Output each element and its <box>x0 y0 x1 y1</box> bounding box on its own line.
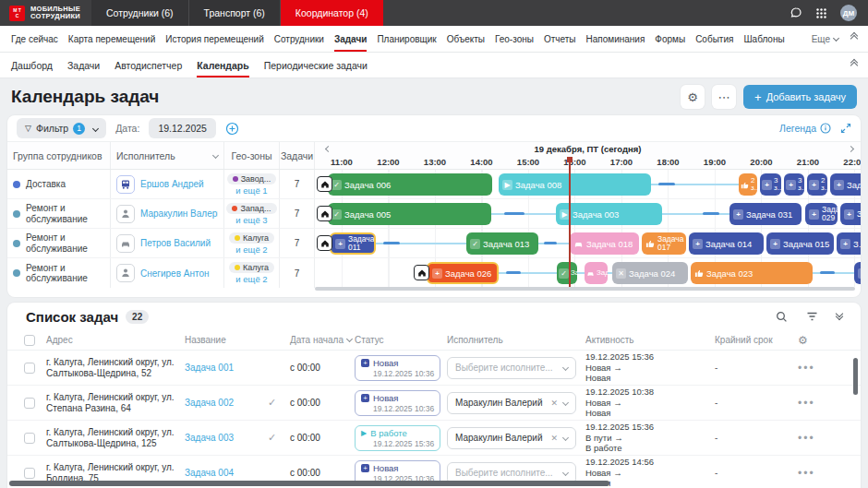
geozone-more-link[interactable]: и ещё 2 <box>235 244 267 255</box>
subnav-autodispatcher[interactable]: Автодиспетчер <box>115 53 182 77</box>
task-bar[interactable]: Зад.. <box>585 262 608 284</box>
task-bar[interactable]: +Задача 031 <box>729 203 802 225</box>
status-badge[interactable]: ▶В работе19.12.2025 15:36 <box>355 425 440 451</box>
col-header-tasks[interactable]: Задачи <box>280 142 315 169</box>
row-checkbox[interactable] <box>24 468 35 479</box>
row-menu-button[interactable]: ••• <box>798 467 831 480</box>
task-bar[interactable]: +Задача 014 <box>689 232 764 255</box>
row-checkbox[interactable] <box>24 433 35 444</box>
status-badge[interactable]: +Новая19.12.2025 10:36 <box>355 355 440 381</box>
nav-tasks[interactable]: Задачи <box>334 26 367 52</box>
status-badge[interactable]: +Новая19.12.2025 10:36 <box>355 390 440 416</box>
subnav-periodic-tasks[interactable]: Периодические задачи <box>264 53 368 77</box>
task-cluster-bar[interactable]: +3 з.. <box>760 173 781 196</box>
task-bar[interactable]: ▶Задача 008 <box>499 173 651 196</box>
add-task-button[interactable]: +Добавить задачу <box>743 85 857 109</box>
add-date-icon[interactable] <box>225 122 239 136</box>
header-start-date[interactable]: Дата начала <box>290 335 355 345</box>
task-bar[interactable]: +Задача 026 <box>427 262 499 284</box>
task-link[interactable]: Задача 001 <box>185 363 268 373</box>
expand-icon[interactable] <box>840 123 851 134</box>
apps-grid-icon[interactable] <box>815 7 827 19</box>
search-icon[interactable] <box>776 311 788 323</box>
geozone-more-link[interactable]: и ещё 3 <box>235 215 267 225</box>
avatar[interactable]: ДМ <box>840 5 857 21</box>
task-bar[interactable]: ✓Зад.. <box>557 262 577 284</box>
tab-coordinator[interactable]: Координатор (4) <box>281 0 383 26</box>
nav-reminders[interactable]: Напоминания <box>586 26 645 52</box>
filter-button[interactable]: ▽ Фильтр 1 <box>17 118 106 138</box>
executor-dropdown[interactable]: Маракулин Валерий✕ <box>447 427 576 449</box>
task-cluster-bar[interactable]: +2 з.. <box>807 173 827 196</box>
collapse-list-icon[interactable] <box>837 314 842 319</box>
table-vertical-scrollbar[interactable] <box>853 358 858 395</box>
task-bar[interactable]: +З.. <box>837 232 861 255</box>
more-actions-button[interactable]: ⋯ <box>712 85 736 109</box>
task-link[interactable]: Задача 004 <box>185 468 268 478</box>
clear-icon[interactable]: ✕ <box>550 399 558 408</box>
home-icon[interactable] <box>317 235 332 251</box>
task-link[interactable]: Задача 002 <box>185 398 268 408</box>
nav-events[interactable]: События <box>695 26 733 52</box>
collapse-subnav-icon[interactable] <box>851 63 857 68</box>
task-link[interactable]: Задача 003 <box>185 433 268 443</box>
task-cluster-bar[interactable]: 2 з.. <box>739 173 757 196</box>
row-menu-button[interactable]: ••• <box>798 432 831 445</box>
col-header-geozones[interactable]: Гео-зоны <box>224 142 280 169</box>
geozone-more-link[interactable]: и ещё 2 <box>235 274 267 284</box>
settings-gear-button[interactable]: ⚙ <box>681 85 705 109</box>
task-bar[interactable]: +Задача 011 <box>330 232 376 255</box>
executor-link[interactable]: Ершов Андрей <box>140 179 204 189</box>
col-header-executor[interactable]: Исполнитель <box>111 142 224 169</box>
tab-employees[interactable]: Сотрудники (6) <box>91 0 189 26</box>
table-settings-gear-icon[interactable]: ⚙ <box>798 334 831 347</box>
task-bar[interactable]: +За.. <box>854 262 861 284</box>
task-bar[interactable]: ✓Задача 006 <box>328 173 492 196</box>
task-bar[interactable]: ✓Задача 013 <box>466 232 538 255</box>
executor-link[interactable]: Петров Василий <box>140 238 211 248</box>
executor-link[interactable]: Снегирев Антон <box>140 268 210 279</box>
task-bar[interactable]: +Зада <box>830 173 861 196</box>
select-all-checkbox[interactable] <box>24 335 35 346</box>
row-menu-button[interactable]: ••• <box>798 362 831 375</box>
header-executor[interactable]: Исполнитель <box>447 335 585 345</box>
nav-movement-map[interactable]: Карта перемещений <box>68 26 155 52</box>
home-icon[interactable] <box>317 176 332 192</box>
nav-where-now[interactable]: Где сейчас <box>11 26 58 52</box>
task-cluster-bar[interactable]: +3 з.. <box>784 173 804 196</box>
nav-employees[interactable]: Сотрудники <box>274 26 324 52</box>
filter-icon[interactable] <box>806 311 818 323</box>
task-bar[interactable]: ▶Задача 003 <box>556 203 662 225</box>
task-bar[interactable]: +Задача 029 <box>805 203 838 225</box>
nav-movement-history[interactable]: История перемещений <box>165 26 263 52</box>
next-day-icon[interactable] <box>848 145 854 151</box>
task-bar[interactable]: +Зад.. <box>840 203 861 225</box>
row-checkbox[interactable] <box>24 398 35 409</box>
date-value[interactable]: 19.12.2025 <box>149 118 216 138</box>
nav-geozones[interactable]: Гео-зоны <box>495 26 534 52</box>
prev-day-icon[interactable] <box>325 145 332 151</box>
subnav-dashboard[interactable]: Дашборд <box>11 53 53 77</box>
page-horizontal-scrollbar[interactable] <box>9 481 609 486</box>
header-activity[interactable]: Активность <box>585 335 715 345</box>
col-header-group[interactable]: Группа сотрудников <box>7 142 111 169</box>
task-bar[interactable]: Задача 017 <box>642 232 686 255</box>
home-icon[interactable] <box>317 206 332 221</box>
row-checkbox[interactable] <box>24 363 35 374</box>
task-bar[interactable]: Задача 018 <box>570 232 639 255</box>
header-name[interactable]: Название <box>185 335 268 345</box>
collapse-nav-icon[interactable] <box>851 36 857 42</box>
header-status[interactable]: Статус <box>355 335 447 345</box>
task-bar[interactable]: ✕Задача 024 <box>612 262 688 284</box>
nav-templates[interactable]: Шаблоны <box>743 26 784 52</box>
nav-forms[interactable]: Формы <box>655 26 685 52</box>
app-logo[interactable]: М ТС МОБИЛЬНЫЕСОТРУДНИКИ <box>0 0 91 26</box>
nav-more[interactable]: Еще <box>812 34 838 44</box>
row-menu-button[interactable]: ••• <box>798 397 831 410</box>
chat-icon[interactable] <box>790 6 802 19</box>
nav-reports[interactable]: Отчеты <box>544 26 576 52</box>
executor-link[interactable]: Маракулин Валерий <box>140 208 218 219</box>
executor-dropdown[interactable]: Маракулин Валерий✕ <box>447 392 576 414</box>
tab-transport[interactable]: Транспорт (6) <box>189 0 281 26</box>
task-bar[interactable]: ✓Задача 005 <box>328 203 491 225</box>
